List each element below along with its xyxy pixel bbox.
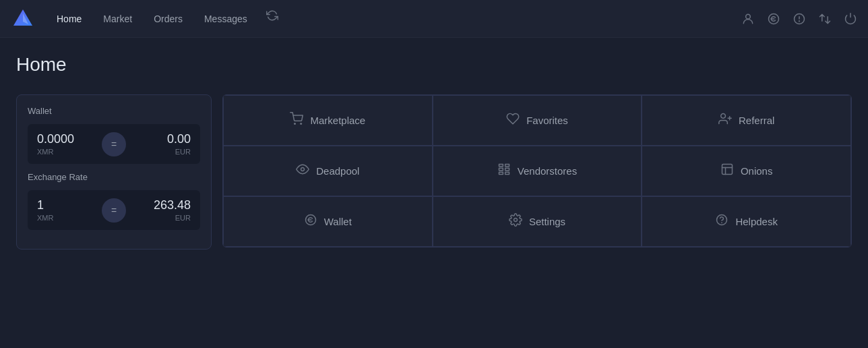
menu-cell-marketplace[interactable]: Marketplace (223, 95, 433, 146)
exchange-eur-amount: 263.48 EUR (131, 190, 200, 230)
exchange-eq-symbol: = (102, 198, 126, 223)
svg-rect-13 (499, 165, 503, 167)
svg-rect-14 (505, 165, 509, 167)
marketplace-label: Marketplace (310, 115, 365, 126)
svg-rect-19 (722, 165, 732, 175)
svg-point-9 (721, 114, 726, 119)
svg-point-8 (301, 123, 302, 125)
svg-rect-16 (505, 168, 509, 170)
menu-cell-favorites[interactable]: Favorites (433, 95, 642, 146)
wallet-eur-amount: 0.00 EUR (131, 124, 200, 164)
navbar-links: Home Market Orders Messages (49, 9, 741, 28)
euro-circle-icon (304, 213, 317, 230)
svg-point-21 (514, 219, 517, 222)
wallet-card: Wallet 0.0000 XMR = 0.00 EUR Exchange Ra… (16, 94, 212, 250)
menu-cell-deadpool[interactable]: Deadpool (223, 146, 433, 196)
exchange-rate-row: 1 XMR = 263.48 EUR (28, 190, 200, 230)
onions-label: Onions (741, 165, 773, 177)
svg-rect-18 (505, 172, 509, 174)
menu-cell-vendorstores[interactable]: Vendorstores (433, 146, 642, 196)
navbar: Home Market Orders Messages (0, 0, 868, 38)
layout-icon (720, 163, 734, 179)
euro-icon[interactable] (767, 12, 780, 26)
help-icon (715, 213, 728, 230)
settings-icon (509, 213, 522, 230)
wallet-title: Wallet (28, 106, 200, 116)
cart-icon (290, 112, 303, 129)
menu-cell-onions[interactable]: Onions (642, 146, 851, 196)
navbar-right-icons (741, 12, 857, 26)
wallet-eq-symbol: = (102, 132, 126, 156)
exchange-xmr-amount: 1 XMR (28, 190, 96, 230)
page-title: Home (16, 54, 852, 76)
alert-icon[interactable] (793, 12, 806, 26)
heart-icon (506, 112, 520, 129)
menu-cell-settings[interactable]: Settings (433, 196, 642, 247)
svg-rect-17 (499, 172, 503, 174)
grid-icon (497, 163, 511, 179)
favorites-label: Favorites (526, 115, 568, 126)
wallet-xmr-amount: 0.0000 XMR (28, 124, 96, 164)
svg-point-12 (301, 168, 305, 171)
referral-label: Referral (739, 115, 774, 126)
svg-point-7 (294, 123, 296, 125)
eye-icon (296, 163, 309, 179)
wallet-nav-label: Wallet (324, 216, 352, 227)
menu-cell-wallet[interactable]: Wallet (223, 196, 433, 247)
vendorstores-label: Vendorstores (518, 165, 577, 177)
page-content: Home Wallet 0.0000 XMR = 0.00 EUR Exchan… (0, 38, 868, 266)
svg-rect-15 (499, 168, 503, 170)
nav-market[interactable]: Market (95, 9, 140, 28)
swap-icon[interactable] (818, 12, 832, 26)
exchange-title: Exchange Rate (28, 172, 200, 182)
nav-orders[interactable]: Orders (146, 9, 191, 28)
svg-point-22 (717, 215, 727, 225)
user-plus-icon (718, 112, 732, 129)
user-icon[interactable] (741, 12, 755, 26)
settings-label: Settings (529, 216, 565, 227)
menu-grid: Marketplace Favorites Referral (222, 94, 852, 248)
helpdesk-label: Helpdesk (735, 216, 778, 227)
nav-home[interactable]: Home (49, 9, 90, 28)
nav-messages[interactable]: Messages (196, 9, 255, 28)
refresh-icon[interactable] (266, 9, 278, 28)
menu-cell-helpdesk[interactable]: Helpdesk (642, 196, 851, 247)
svg-point-2 (746, 14, 751, 19)
logo[interactable] (11, 7, 35, 31)
power-icon[interactable] (844, 12, 857, 26)
menu-cell-referral[interactable]: Referral (642, 95, 851, 146)
svg-point-6 (799, 20, 800, 21)
deadpool-label: Deadpool (316, 165, 359, 177)
wallet-balance-row: 0.0000 XMR = 0.00 EUR (28, 124, 200, 164)
content-row: Wallet 0.0000 XMR = 0.00 EUR Exchange Ra… (16, 94, 852, 250)
